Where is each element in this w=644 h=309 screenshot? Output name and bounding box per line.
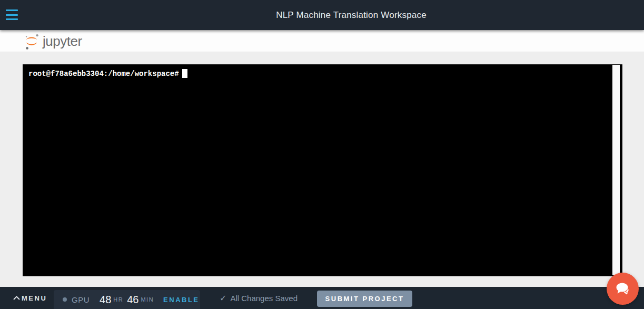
hamburger-menu-icon[interactable] xyxy=(5,8,19,21)
chat-bubble-icon xyxy=(615,282,631,296)
terminal-cursor-icon xyxy=(182,69,187,78)
jupyter-wordmark: jupyter xyxy=(43,34,82,50)
page-title: NLP Machine Translation Workspace xyxy=(276,10,427,21)
jupyter-header-band: jupyter xyxy=(0,30,644,52)
save-status: ✓ All Changes Saved xyxy=(220,287,298,309)
gpu-minutes-value: 46 xyxy=(127,294,138,306)
gpu-minutes-unit: MIN xyxy=(141,296,154,303)
gpu-hours-value: 48 xyxy=(100,294,111,306)
check-icon: ✓ xyxy=(220,293,226,303)
terminal-prompt: root@f78a6ebb3304:/home/workspace# xyxy=(28,70,179,78)
submit-project-button[interactable]: SUBMIT PROJECT xyxy=(317,291,412,307)
jupyter-logo[interactable]: jupyter xyxy=(25,32,82,52)
menu-toggle-button[interactable]: MENU xyxy=(13,287,47,309)
save-status-label: All Changes Saved xyxy=(230,294,298,303)
hamburger-bar xyxy=(6,14,18,16)
jupyter-logo-icon xyxy=(25,32,38,52)
bottom-bar: MENU GPU 48 HR 46 MIN ENABLE ✓ All Chang… xyxy=(0,287,644,309)
gpu-label: GPU xyxy=(72,295,90,304)
terminal[interactable]: root@f78a6ebb3304:/home/workspace# xyxy=(23,64,622,276)
terminal-scrollbar[interactable] xyxy=(612,65,620,275)
hamburger-bar xyxy=(6,9,18,11)
chevron-up-icon xyxy=(13,295,21,301)
enable-gpu-button[interactable]: ENABLE xyxy=(163,296,199,304)
app-header: NLP Machine Translation Workspace xyxy=(0,0,644,30)
menu-label: MENU xyxy=(22,294,47,302)
chat-fab-button[interactable] xyxy=(607,273,639,305)
gpu-hours-unit: HR xyxy=(113,296,123,303)
gpu-status-dot-icon xyxy=(63,297,67,302)
terminal-prompt-line: root@f78a6ebb3304:/home/workspace# xyxy=(28,69,187,78)
hamburger-bar xyxy=(6,18,18,20)
gpu-status-panel: GPU 48 HR 46 MIN ENABLE xyxy=(54,290,200,309)
